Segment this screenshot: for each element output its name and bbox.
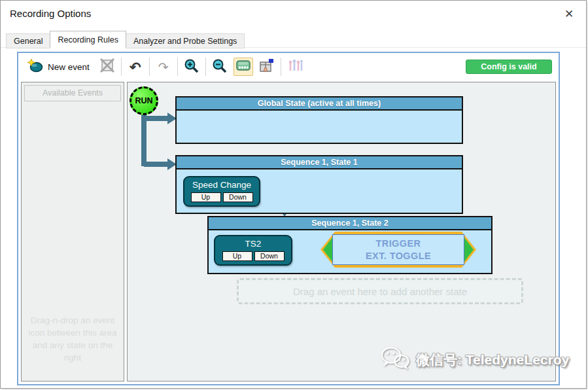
toolbar-separator — [281, 58, 281, 76]
recording-rules-panel: New event ↶ ↷ — [17, 52, 560, 385]
recorder-icon — [236, 60, 251, 73]
event-ts2-label: TS2 — [215, 236, 291, 249]
trigger-label: TRIGGER EXT. TOGGLE — [332, 234, 464, 265]
analyzer-button[interactable] — [286, 58, 303, 76]
zoom-out-icon — [212, 58, 227, 76]
state-seq2-title: Sequence 1, State 2 — [209, 217, 491, 230]
add-state-hint: Drag an event here to add another state — [293, 286, 467, 297]
state-seq1-title: Sequence 1, State 1 — [177, 156, 462, 169]
event-ts2[interactable]: TS2 Up Down — [214, 235, 292, 266]
state-global[interactable]: Global State (active at all times) — [175, 96, 463, 144]
new-event-icon — [27, 59, 43, 75]
run-badge: RUN — [130, 86, 158, 115]
rules-diagram-canvas[interactable]: RUN Global State (active at all times) S… — [127, 82, 556, 381]
drag-drop-hint: Drag-n-drop an event icon between this a… — [26, 314, 120, 364]
zoom-in-button[interactable] — [183, 58, 200, 76]
trigger-action[interactable]: TRIGGER EXT. TOGGLE — [320, 232, 476, 268]
event-speed-change-label: Speed Change — [184, 177, 259, 190]
event-speed-change[interactable]: Speed Change Up Down — [183, 176, 260, 207]
delete-event-icon — [99, 58, 115, 76]
undo-button[interactable]: ↶ — [127, 58, 144, 76]
redo-icon: ↷ — [158, 61, 169, 73]
toolbar-separator — [177, 58, 178, 76]
zoom-out-button[interactable] — [211, 58, 228, 76]
trigger-line1: TRIGGER — [376, 238, 421, 250]
window-title: Recording Options — [10, 8, 91, 19]
state-global-title: Global State (active at all times) — [177, 98, 462, 111]
toolbar-separator — [205, 58, 206, 76]
toolbar: New event ↶ ↷ — [18, 53, 559, 80]
speed-change-up-button[interactable]: Up — [191, 192, 221, 202]
recorder-panel-button[interactable] — [233, 58, 253, 76]
tab-general[interactable]: General — [6, 33, 50, 48]
ts2-down-button[interactable]: Down — [254, 251, 285, 261]
close-icon[interactable]: ✕ — [561, 6, 577, 22]
delete-event-button[interactable] — [99, 58, 116, 76]
analyzer-icon — [287, 59, 303, 75]
new-event-label: New event — [48, 62, 90, 72]
config-status-badge: Config is valid — [466, 60, 552, 74]
zoom-in-icon — [184, 58, 199, 76]
properties-icon — [259, 58, 275, 76]
toolbar-separator — [149, 58, 150, 76]
tab-recording-rules[interactable]: Recording Rules — [50, 31, 126, 48]
available-events-header: Available Events — [24, 85, 121, 101]
available-events-panel: Available Events Drag-n-drop an event ic… — [21, 82, 124, 381]
new-event-button[interactable]: New event — [27, 58, 90, 76]
properties-button[interactable] — [258, 58, 275, 76]
toolbar-separator — [121, 58, 122, 76]
tab-analyzer-probe-settings[interactable]: Analyzer and Probe Settings — [126, 33, 245, 48]
speed-change-down-button[interactable]: Down — [223, 192, 253, 202]
ts2-up-button[interactable]: Up — [222, 251, 252, 261]
redo-button[interactable]: ↷ — [155, 58, 172, 76]
undo-icon: ↶ — [130, 60, 141, 74]
trigger-line2: EXT. TOGGLE — [366, 250, 431, 262]
add-state-dropzone[interactable]: Drag an event here to add another state — [237, 278, 523, 304]
recording-options-dialog: Recording Options ✕ General Recording Ru… — [0, 0, 587, 389]
title-bar: Recording Options ✕ — [1, 1, 586, 27]
tab-strip: General Recording Rules Analyzer and Pro… — [6, 31, 244, 48]
